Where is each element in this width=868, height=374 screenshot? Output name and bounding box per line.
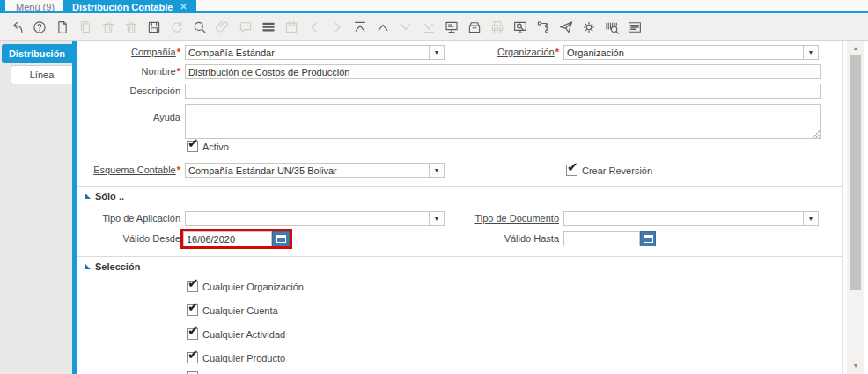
compania-combo[interactable]: Compañía Estándar ▼ <box>185 45 445 60</box>
section-header-solo[interactable]: Sólo .. <box>85 190 124 202</box>
print-preview-icon[interactable] <box>511 18 528 37</box>
checkbox-any-organization[interactable]: ✔ <box>187 281 198 292</box>
product-info-icon[interactable] <box>603 18 620 37</box>
tab-menu[interactable]: Menú (9) <box>7 0 63 13</box>
required-asterisk: * <box>177 165 180 175</box>
window-tab-bar: Menú (9) Distribución Contable ✕ <box>0 0 868 13</box>
checkbox-any-account[interactable]: ✔ <box>187 304 198 316</box>
attachment-icon <box>214 18 231 37</box>
esquema-dropdown-button[interactable]: ▼ <box>429 163 445 178</box>
checkbox-any-activity[interactable]: ✔ <box>187 328 198 340</box>
chevron-down-icon: ▼ <box>808 216 814 222</box>
checkbox-label: Cualquier Producto <box>202 353 285 363</box>
scroll-down-arrow-icon[interactable]: ▼ <box>847 363 864 369</box>
descripcion-input[interactable] <box>185 84 821 99</box>
valido-hasta-field <box>563 231 656 246</box>
checkmark-icon: ✔ <box>188 275 199 291</box>
detail-record-icon <box>328 18 345 37</box>
vertical-scrollbar[interactable]: ▲ ▼ <box>847 41 864 374</box>
previous-record-icon[interactable] <box>374 18 391 37</box>
sidebar-tab-linea[interactable]: Línea <box>11 65 72 84</box>
checkmark-icon: ✔ <box>188 299 199 315</box>
send-icon[interactable] <box>557 18 574 37</box>
application-window: Menú (9) Distribución Contable ✕ Distrib… <box>0 0 868 374</box>
checkbox-any-product[interactable]: ✔ <box>187 352 198 363</box>
section-separator <box>77 256 843 257</box>
valido-desde-field <box>180 229 292 249</box>
tipo-aplicacion-combo[interactable]: ▼ <box>185 211 445 226</box>
chat-icon <box>237 18 254 37</box>
tipo-documento-combo[interactable]: ▼ <box>563 211 819 226</box>
new-record-icon[interactable] <box>54 18 70 37</box>
valido-desde-calendar-button[interactable] <box>272 231 290 246</box>
grid-toggle-icon[interactable] <box>260 18 276 37</box>
tipo-aplicacion-dropdown-button[interactable]: ▼ <box>429 211 445 226</box>
nombre-input[interactable] <box>185 64 821 79</box>
form-icon[interactable] <box>443 18 460 37</box>
activo-checkbox-row: ✔ Activo <box>187 140 229 153</box>
chevron-down-icon: ▼ <box>434 167 440 173</box>
section-separator <box>77 186 843 187</box>
calendar-icon <box>644 235 653 243</box>
label-tipo-documento[interactable]: Tipo de Documento <box>456 213 559 224</box>
first-record-icon[interactable] <box>351 18 368 37</box>
valido-desde-input[interactable] <box>183 231 272 246</box>
organizacion-dropdown-button[interactable]: ▼ <box>803 45 819 60</box>
parent-record-icon <box>305 18 322 37</box>
copy-record-icon <box>77 18 93 37</box>
toolbar <box>0 13 868 41</box>
checkmark-icon: ✔ <box>188 323 199 339</box>
report-icon[interactable] <box>626 18 643 37</box>
label-organizacion[interactable]: Organización* <box>456 47 559 57</box>
checkbox-crear-reversion[interactable]: ✔ <box>566 165 577 176</box>
label-descripcion: Descripción <box>77 85 180 96</box>
calendar-toolbar-icon <box>283 18 299 37</box>
scrollbar-thumb[interactable] <box>850 55 861 290</box>
undo-icon[interactable] <box>8 18 25 37</box>
archive-icon[interactable] <box>466 18 482 37</box>
workflow-icon[interactable] <box>534 18 551 37</box>
label-esquema-contable[interactable]: Esquema Contable* <box>77 165 180 175</box>
checkbox-activo[interactable]: ✔ <box>187 141 198 152</box>
checkbox-partial[interactable] <box>187 370 198 374</box>
refresh-icon <box>168 18 185 37</box>
close-tab-icon[interactable]: ✕ <box>180 2 187 11</box>
required-asterisk: * <box>177 47 180 57</box>
help-icon[interactable] <box>31 18 48 37</box>
esquema-contable-combo[interactable]: Compañía Estándar UN/35 Bolivar ▼ <box>185 163 445 178</box>
valido-hasta-input[interactable] <box>563 231 640 246</box>
record-tab-sidebar: Distribución Línea <box>0 41 72 374</box>
last-record-icon <box>420 18 437 37</box>
next-record-icon <box>397 18 414 37</box>
delete-record-icon <box>99 18 116 37</box>
required-asterisk: * <box>555 47 559 57</box>
print-icon <box>489 18 505 37</box>
collapse-triangle-icon <box>85 263 91 269</box>
checkmark-icon: ✔ <box>567 159 578 175</box>
selection-checkbox-row: ✔Cualquier Organización <box>187 280 304 293</box>
sidebar-tab-distribucion[interactable]: Distribución <box>2 44 72 63</box>
valido-hasta-calendar-button[interactable] <box>640 231 656 246</box>
save-icon[interactable] <box>145 18 162 37</box>
preferences-icon[interactable] <box>580 18 597 37</box>
selection-checkbox-row: ✔Cualquier Actividad <box>187 327 285 341</box>
label-compania[interactable]: Compañía* <box>77 47 180 57</box>
tipo-documento-dropdown-button[interactable]: ▼ <box>803 211 819 226</box>
organizacion-combo[interactable]: Organización ▼ <box>563 45 819 60</box>
find-icon[interactable] <box>191 18 208 37</box>
scroll-up-arrow-icon[interactable]: ▲ <box>847 45 864 51</box>
tab-bar-accent <box>0 0 5 13</box>
selection-checkbox-row: ✔Cualquier Cuenta <box>187 304 278 317</box>
label-ayuda: Ayuda <box>77 112 180 122</box>
collapse-triangle-icon <box>85 193 91 199</box>
checkmark-icon: ✔ <box>188 347 199 363</box>
tab-distribucion-contable[interactable]: Distribución Contable ✕ <box>63 0 196 13</box>
compania-dropdown-button[interactable]: ▼ <box>429 45 445 60</box>
label-valido-hasta: Válido Hasta <box>456 233 559 244</box>
label-tipo-aplicacion: Tipo de Aplicación <box>77 213 180 224</box>
ayuda-textarea[interactable] <box>185 104 821 139</box>
tab-menu-label: Menú (9) <box>16 2 55 12</box>
chevron-down-icon: ▼ <box>434 49 440 55</box>
section-header-seleccion[interactable]: Selección <box>85 260 140 272</box>
resize-grip-icon[interactable] <box>812 129 820 138</box>
